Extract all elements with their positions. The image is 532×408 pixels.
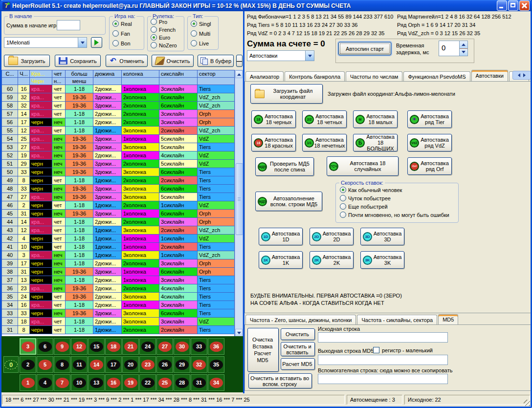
autobet-18-odd-button[interactable]: 1/1 Автоставка 18 нечетных [302,134,347,151]
board-number-32[interactable]: 32 [191,356,207,373]
table-row[interactable]: 5425кра...неч19-363дюжи...1колонка5сикла… [2,135,234,143]
autobet-18-even-button[interactable]: 2/2 Автоставка 18 четных [302,110,347,128]
scrollbar-thumb[interactable] [236,163,243,235]
tab-frequencies[interactable]: Частоты по числам [346,71,402,81]
radio-real[interactable]: Real [112,21,132,27]
board-number-7[interactable]: 7 [54,374,70,391]
radio-pro[interactable]: Pro [151,19,167,25]
table-row[interactable]: 3917черннеч1-182дюжи...2колонка3сиклайнO… [2,259,234,268]
play-button[interactable] [91,37,102,48]
board-number-30[interactable]: 30 [174,338,190,355]
tab-psevdoms[interactable]: Функционал PsevdoMS [403,71,470,81]
autobet-2k-button[interactable]: 2K Автоставка 2K [310,251,354,269]
board-number-34[interactable]: 34 [208,374,224,391]
board-number-19[interactable]: 19 [122,374,139,391]
col-header-range[interactable]: больш [66,70,93,78]
table-row[interactable]: 4312кра...чет1-181дюжи...3колонка2сиклай… [2,226,234,235]
load-button[interactable]: Загрузить [4,55,50,67]
autobet-18-red-button[interactable]: 18 Автоставка 18 красных [251,134,296,151]
autobet-tier-button[interactable]: ✶ Автоставка ряд Tier [407,110,452,128]
autobet-18-big-button[interactable]: Б Автоставка 18 БОЛЬШИХ [353,134,398,151]
board-number-3[interactable]: 3 [20,338,36,355]
table-row[interactable]: 5714кра...чет1-182дюжи...2колонка3сиклай… [2,110,234,118]
board-number-16[interactable]: 16 [105,374,122,391]
board-number-15[interactable]: 15 [88,338,105,355]
board-number-33[interactable]: 33 [191,338,207,355]
autobet-18-black-button[interactable]: 18 Автоставка 18 черных [251,110,296,128]
table-row[interactable]: 3831черннеч19-363дюжи...1колонка6сиклайн… [2,268,234,276]
profile-combo[interactable]: 1Melonati [4,37,87,48]
register-checkbox-row[interactable]: регистр - маленький [373,347,433,353]
radio-live[interactable]: Live [191,40,209,46]
table-row[interactable]: 5129черннеч19-363дюжи...2колонка5сиклайн… [2,160,234,168]
board-number-25[interactable]: 25 [156,374,173,391]
radio-singl[interactable]: Singl [191,21,211,27]
tab-freq-sixline[interactable]: Частота - сиклайны, сектора [357,315,437,324]
table-row[interactable]: 5932кра...чет19-363дюжи...2колонка6сикла… [2,93,234,102]
tab-freq-zero[interactable]: Частота - Zero, шансы, дюжины, колонки [245,315,356,324]
board-number-4[interactable]: 4 [37,374,53,391]
register-checkbox[interactable] [373,347,379,353]
tab-scroll-buttons[interactable] [512,71,531,80]
radio-speed-even-faster[interactable]: Еще побыстрей [340,203,388,210]
maximize-button[interactable] [508,0,518,11]
mode-combo[interactable]: Автоставки [247,50,314,61]
autobet-18-small-button[interactable]: M Автоставка 18 малых [353,110,398,128]
to-buffer-button[interactable]: В буфер [198,55,234,67]
radio-multi[interactable]: Multi [191,30,210,37]
md5-aux-input[interactable] [318,374,448,384]
board-number-10[interactable]: 10 [71,374,88,391]
autobet-vdz-button[interactable]: VdZ Автоставка ряд VdZ [407,134,452,151]
start-sum-input[interactable] [57,20,80,30]
radio-fan[interactable]: Fan [112,30,130,37]
table-row[interactable]: 5617черннеч1-182дюжи...2колонка3сиклайнO… [2,118,234,127]
combo-dropdown-button[interactable] [305,51,314,61]
col-header-dozen[interactable]: дюжина [93,70,122,78]
board-number-27[interactable]: 27 [156,338,173,355]
radio-speed-human[interactable]: Как обычный человек [340,187,402,193]
undo-button[interactable]: ↶ Отменить [106,55,148,67]
table-row[interactable]: 3524чернчет19-362дюжи...3колонка4сиклайн… [2,293,234,301]
col-header-spin[interactable]: С... [2,70,18,78]
board-number-8[interactable]: 8 [54,356,70,373]
table-row[interactable]: 4727кра...неч19-363дюжи...3колонка5сикла… [2,193,234,201]
spinner-down-button[interactable] [460,49,467,56]
col-header-sixline[interactable]: сикслайн [159,70,198,78]
radio-euro[interactable]: Euro [151,34,170,41]
board-number-29[interactable]: 29 [174,356,190,373]
tab-autostavki[interactable]: Автоставки [471,70,508,81]
md5-source-input[interactable] [318,332,448,343]
table-row[interactable]: 5512кра...чет1-181дюжи...3колонка2сиклай… [2,127,234,135]
radio-french[interactable]: French [151,26,176,33]
table-row[interactable]: 424чернчет1-181дюжи...1колонка1сиклайнVd… [2,235,234,243]
board-number-22[interactable]: 22 [139,374,156,391]
board-number-17[interactable]: 17 [105,356,122,373]
table-row[interactable]: 5219кра...неч19-362дюжи...1колонка4сикла… [2,151,234,160]
md5-calc-button[interactable]: Расчет MD5 [281,358,315,370]
board-number-0[interactable]: 0 [3,356,19,373]
col-header-sector[interactable]: сектор [198,70,234,78]
autobet-3d-button[interactable]: 3D Автоставка 3D [360,228,404,245]
board-number-2[interactable]: 2 [20,356,36,373]
table-row[interactable]: 498чернчет1-181дюжи...2колонка2сиклайнTi… [2,176,234,185]
table-scrollbar[interactable] [235,70,243,337]
table-row[interactable]: 403кра...неч1-181дюжи...3колонка1сиклайн… [2,251,234,259]
scroll-down-button[interactable] [235,329,243,337]
scroll-up-button[interactable] [235,70,243,78]
table-row[interactable]: 4833черннеч19-363дюжи...3колонка6сиклайн… [2,185,234,193]
tab-bankroll[interactable]: Контроль банкролла [285,71,345,81]
check-md5-button[interactable]: МД5 Проверить МД5 после спина [255,157,314,176]
board-number-11[interactable]: 11 [71,356,88,373]
md5-clear-paste-button[interactable]: Очистить и вставить [281,342,315,356]
col-header-parity[interactable]: чет [52,70,66,78]
board-number-1[interactable]: 1 [20,374,36,391]
delay-spinner[interactable]: 0 [439,41,468,56]
board-number-28[interactable]: 28 [174,374,190,391]
table-row[interactable]: 4531черннеч19-363дюжи...1колонка6сиклайн… [2,210,234,218]
autobet-orf-button[interactable]: Orf Автоставка ряд Orf [407,157,452,175]
md5-clear-button[interactable]: Очистить [281,328,315,340]
tab-analizator[interactable]: Анализатор [245,71,284,81]
tab-md5-bottom[interactable]: MD5 [438,314,458,324]
board-number-5[interactable]: 5 [37,356,53,373]
board-number-36[interactable]: 36 [208,338,224,355]
